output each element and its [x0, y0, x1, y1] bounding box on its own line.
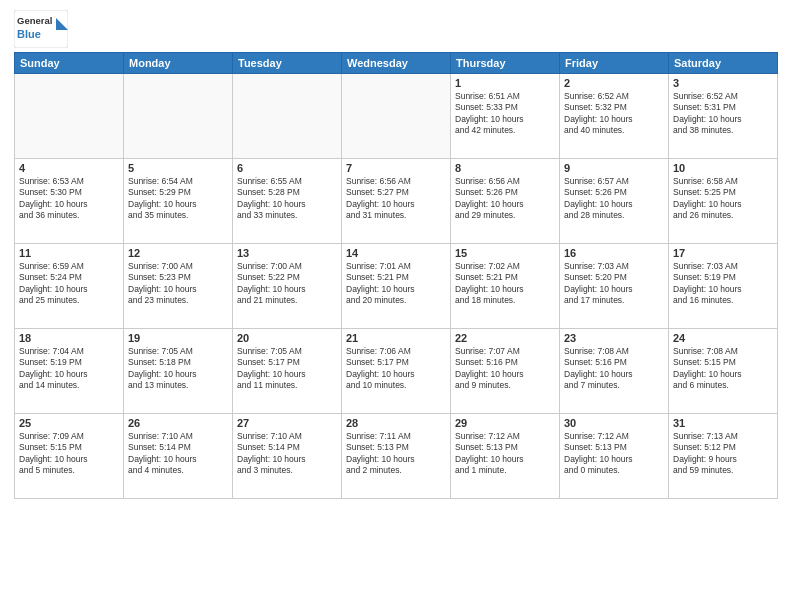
weekday-header: Saturday — [669, 53, 778, 74]
calendar-cell: 27Sunrise: 7:10 AM Sunset: 5:14 PM Dayli… — [233, 414, 342, 499]
day-number: 4 — [19, 162, 119, 174]
day-info: Sunrise: 7:02 AM Sunset: 5:21 PM Dayligh… — [455, 261, 555, 307]
calendar-cell: 13Sunrise: 7:00 AM Sunset: 5:22 PM Dayli… — [233, 244, 342, 329]
day-info: Sunrise: 6:52 AM Sunset: 5:32 PM Dayligh… — [564, 91, 664, 137]
calendar-cell — [124, 74, 233, 159]
logo-svg: General Blue — [14, 10, 68, 48]
day-number: 22 — [455, 332, 555, 344]
day-number: 11 — [19, 247, 119, 259]
day-info: Sunrise: 6:56 AM Sunset: 5:27 PM Dayligh… — [346, 176, 446, 222]
day-number: 26 — [128, 417, 228, 429]
day-info: Sunrise: 7:13 AM Sunset: 5:12 PM Dayligh… — [673, 431, 773, 477]
calendar-cell: 22Sunrise: 7:07 AM Sunset: 5:16 PM Dayli… — [451, 329, 560, 414]
week-row: 25Sunrise: 7:09 AM Sunset: 5:15 PM Dayli… — [15, 414, 778, 499]
calendar-cell: 29Sunrise: 7:12 AM Sunset: 5:13 PM Dayli… — [451, 414, 560, 499]
day-info: Sunrise: 7:04 AM Sunset: 5:19 PM Dayligh… — [19, 346, 119, 392]
day-info: Sunrise: 7:03 AM Sunset: 5:20 PM Dayligh… — [564, 261, 664, 307]
calendar-cell: 10Sunrise: 6:58 AM Sunset: 5:25 PM Dayli… — [669, 159, 778, 244]
calendar-cell: 18Sunrise: 7:04 AM Sunset: 5:19 PM Dayli… — [15, 329, 124, 414]
day-info: Sunrise: 7:07 AM Sunset: 5:16 PM Dayligh… — [455, 346, 555, 392]
day-number: 31 — [673, 417, 773, 429]
calendar-cell: 14Sunrise: 7:01 AM Sunset: 5:21 PM Dayli… — [342, 244, 451, 329]
day-info: Sunrise: 7:10 AM Sunset: 5:14 PM Dayligh… — [128, 431, 228, 477]
calendar-cell: 30Sunrise: 7:12 AM Sunset: 5:13 PM Dayli… — [560, 414, 669, 499]
calendar-cell: 31Sunrise: 7:13 AM Sunset: 5:12 PM Dayli… — [669, 414, 778, 499]
calendar-cell: 20Sunrise: 7:05 AM Sunset: 5:17 PM Dayli… — [233, 329, 342, 414]
day-info: Sunrise: 6:52 AM Sunset: 5:31 PM Dayligh… — [673, 91, 773, 137]
weekday-header: Thursday — [451, 53, 560, 74]
day-info: Sunrise: 6:57 AM Sunset: 5:26 PM Dayligh… — [564, 176, 664, 222]
day-number: 20 — [237, 332, 337, 344]
calendar-cell: 17Sunrise: 7:03 AM Sunset: 5:19 PM Dayli… — [669, 244, 778, 329]
svg-text:Blue: Blue — [17, 28, 41, 40]
day-number: 2 — [564, 77, 664, 89]
calendar-cell: 12Sunrise: 7:00 AM Sunset: 5:23 PM Dayli… — [124, 244, 233, 329]
weekday-header: Sunday — [15, 53, 124, 74]
logo: General Blue — [14, 10, 68, 48]
day-number: 23 — [564, 332, 664, 344]
day-number: 12 — [128, 247, 228, 259]
day-info: Sunrise: 6:54 AM Sunset: 5:29 PM Dayligh… — [128, 176, 228, 222]
calendar-cell — [233, 74, 342, 159]
week-row: 1Sunrise: 6:51 AM Sunset: 5:33 PM Daylig… — [15, 74, 778, 159]
page: General Blue SundayMondayTuesdayWednesda… — [0, 0, 792, 612]
calendar-cell — [15, 74, 124, 159]
calendar-cell: 3Sunrise: 6:52 AM Sunset: 5:31 PM Daylig… — [669, 74, 778, 159]
calendar-cell: 26Sunrise: 7:10 AM Sunset: 5:14 PM Dayli… — [124, 414, 233, 499]
calendar-cell: 1Sunrise: 6:51 AM Sunset: 5:33 PM Daylig… — [451, 74, 560, 159]
calendar-cell: 11Sunrise: 6:59 AM Sunset: 5:24 PM Dayli… — [15, 244, 124, 329]
day-info: Sunrise: 7:06 AM Sunset: 5:17 PM Dayligh… — [346, 346, 446, 392]
calendar-cell: 8Sunrise: 6:56 AM Sunset: 5:26 PM Daylig… — [451, 159, 560, 244]
day-number: 14 — [346, 247, 446, 259]
header: General Blue — [14, 10, 778, 48]
calendar-cell: 7Sunrise: 6:56 AM Sunset: 5:27 PM Daylig… — [342, 159, 451, 244]
calendar-cell — [342, 74, 451, 159]
day-number: 25 — [19, 417, 119, 429]
day-info: Sunrise: 6:58 AM Sunset: 5:25 PM Dayligh… — [673, 176, 773, 222]
calendar-cell: 15Sunrise: 7:02 AM Sunset: 5:21 PM Dayli… — [451, 244, 560, 329]
calendar-cell: 23Sunrise: 7:08 AM Sunset: 5:16 PM Dayli… — [560, 329, 669, 414]
day-info: Sunrise: 7:05 AM Sunset: 5:18 PM Dayligh… — [128, 346, 228, 392]
calendar-cell: 28Sunrise: 7:11 AM Sunset: 5:13 PM Dayli… — [342, 414, 451, 499]
week-row: 18Sunrise: 7:04 AM Sunset: 5:19 PM Dayli… — [15, 329, 778, 414]
day-number: 3 — [673, 77, 773, 89]
weekday-header: Wednesday — [342, 53, 451, 74]
calendar-cell: 4Sunrise: 6:53 AM Sunset: 5:30 PM Daylig… — [15, 159, 124, 244]
day-info: Sunrise: 7:03 AM Sunset: 5:19 PM Dayligh… — [673, 261, 773, 307]
day-number: 21 — [346, 332, 446, 344]
day-number: 29 — [455, 417, 555, 429]
calendar-cell: 6Sunrise: 6:55 AM Sunset: 5:28 PM Daylig… — [233, 159, 342, 244]
day-info: Sunrise: 7:08 AM Sunset: 5:16 PM Dayligh… — [564, 346, 664, 392]
week-row: 11Sunrise: 6:59 AM Sunset: 5:24 PM Dayli… — [15, 244, 778, 329]
day-info: Sunrise: 7:00 AM Sunset: 5:23 PM Dayligh… — [128, 261, 228, 307]
calendar-cell: 5Sunrise: 6:54 AM Sunset: 5:29 PM Daylig… — [124, 159, 233, 244]
day-info: Sunrise: 6:55 AM Sunset: 5:28 PM Dayligh… — [237, 176, 337, 222]
calendar-cell: 19Sunrise: 7:05 AM Sunset: 5:18 PM Dayli… — [124, 329, 233, 414]
day-info: Sunrise: 7:12 AM Sunset: 5:13 PM Dayligh… — [455, 431, 555, 477]
day-number: 24 — [673, 332, 773, 344]
day-info: Sunrise: 7:12 AM Sunset: 5:13 PM Dayligh… — [564, 431, 664, 477]
day-number: 27 — [237, 417, 337, 429]
day-number: 10 — [673, 162, 773, 174]
weekday-header: Tuesday — [233, 53, 342, 74]
day-number: 18 — [19, 332, 119, 344]
calendar-cell: 9Sunrise: 6:57 AM Sunset: 5:26 PM Daylig… — [560, 159, 669, 244]
day-info: Sunrise: 7:05 AM Sunset: 5:17 PM Dayligh… — [237, 346, 337, 392]
week-row: 4Sunrise: 6:53 AM Sunset: 5:30 PM Daylig… — [15, 159, 778, 244]
day-number: 9 — [564, 162, 664, 174]
day-number: 1 — [455, 77, 555, 89]
svg-text:General: General — [17, 15, 52, 26]
day-number: 17 — [673, 247, 773, 259]
day-info: Sunrise: 6:56 AM Sunset: 5:26 PM Dayligh… — [455, 176, 555, 222]
calendar-cell: 21Sunrise: 7:06 AM Sunset: 5:17 PM Dayli… — [342, 329, 451, 414]
day-info: Sunrise: 7:01 AM Sunset: 5:21 PM Dayligh… — [346, 261, 446, 307]
weekday-header: Friday — [560, 53, 669, 74]
day-info: Sunrise: 7:11 AM Sunset: 5:13 PM Dayligh… — [346, 431, 446, 477]
day-number: 7 — [346, 162, 446, 174]
day-number: 5 — [128, 162, 228, 174]
calendar-cell: 2Sunrise: 6:52 AM Sunset: 5:32 PM Daylig… — [560, 74, 669, 159]
day-info: Sunrise: 7:00 AM Sunset: 5:22 PM Dayligh… — [237, 261, 337, 307]
calendar-cell: 24Sunrise: 7:08 AM Sunset: 5:15 PM Dayli… — [669, 329, 778, 414]
day-info: Sunrise: 6:51 AM Sunset: 5:33 PM Dayligh… — [455, 91, 555, 137]
day-number: 30 — [564, 417, 664, 429]
